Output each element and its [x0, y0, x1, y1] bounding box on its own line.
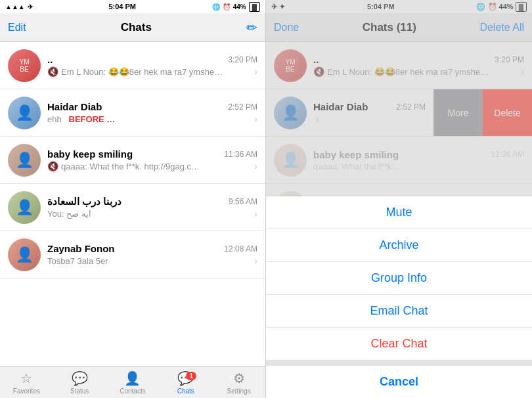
clock-icon: ⏰	[223, 3, 231, 11]
tab-status-label: Status	[70, 387, 89, 395]
wifi-icon: ✈	[28, 3, 33, 11]
left-chat-list: YMBE .. 3:20 PM 🔇 Em L Noun: 😂😂8er hek m…	[0, 42, 265, 366]
chevron-5: ›	[254, 255, 257, 266]
avatar-4: 👤	[8, 191, 41, 224]
chat-time-4: 9:56 AM	[229, 197, 257, 206]
avatar-3: 👤	[8, 144, 41, 177]
signal-icon: ▲▲▲	[5, 3, 25, 11]
tab-chats-label: Chats	[177, 387, 194, 395]
chat-item-1[interactable]: YMBE .. 3:20 PM 🔇 Em L Noun: 😂😂8er hek m…	[0, 42, 265, 89]
chat-preview-1: Em L Noun: 😂😂8er hek ma ra7 ymshe…	[61, 67, 252, 77]
context-archive[interactable]: Archive	[266, 229, 532, 262]
left-time: 5:04 PM	[33, 3, 212, 11]
chat-preview-3: qaaaa: What the f**k. http://9gag.c…	[61, 162, 252, 171]
tab-settings-label: Settings	[227, 387, 251, 395]
chat-content-4: دربنا درب السعادة 9:56 AM You: ايه صح ›	[47, 196, 257, 219]
tab-contacts-label: Contacts	[120, 387, 145, 395]
chat-name-5: Zaynab Fonon	[47, 243, 115, 254]
before-text: BEFORE …	[69, 114, 116, 124]
chat-item-2[interactable]: 👤 Haidar Diab 2:52 PM ehh BEFORE … ›	[0, 89, 265, 137]
compose-button[interactable]: ✏	[246, 20, 257, 35]
chevron-1: ›	[254, 66, 257, 77]
person-icon: 👤	[124, 370, 141, 386]
context-email-chat[interactable]: Email Chat	[266, 295, 532, 328]
chat-content-1: .. 3:20 PM 🔇 Em L Noun: 😂😂8er hek ma ra7…	[47, 54, 257, 77]
tab-favorites-label: Favorites	[13, 387, 40, 395]
battery-icon: ▓	[249, 2, 260, 12]
chat-time-3: 11:36 AM	[224, 150, 257, 159]
chevron-2: ›	[254, 114, 257, 124]
left-status-bar: ▲▲▲ ✈ 5:04 PM 🌐 ⏰ 44% ▓	[0, 0, 265, 13]
chat-preview-2: ehh BEFORE …	[47, 114, 252, 124]
chat-name-3: baby keep smiling	[47, 148, 133, 160]
mute-icon-1: 🔇	[47, 66, 58, 77]
battery-text: 44%	[233, 3, 246, 11]
chat-time-2: 2:52 PM	[228, 102, 257, 112]
context-cancel-button[interactable]: Cancel	[266, 366, 532, 398]
context-mute[interactable]: Mute	[266, 196, 532, 229]
chat-bubble-icon: 💬	[72, 370, 88, 386]
gear-icon: ⚙	[233, 370, 245, 386]
context-overlay: Mute Archive Group Info Email Chat Clear…	[266, 0, 532, 398]
avatar-1: YMBE	[8, 49, 41, 82]
chat-name-2: Haidar Diab	[47, 101, 102, 112]
chat-item-5[interactable]: 👤 Zaynab Fonon 12:08 AM Tosba7 3ala 5er …	[0, 231, 265, 278]
left-right-icons: 🌐 ⏰ 44% ▓	[212, 2, 260, 12]
left-panel: ▲▲▲ ✈ 5:04 PM 🌐 ⏰ 44% ▓ Edit Chats ✏ YMB…	[0, 0, 266, 398]
avatar-5: 👤	[8, 238, 41, 271]
tab-status[interactable]: 💬 Status	[53, 370, 106, 395]
chat-content-5: Zaynab Fonon 12:08 AM Tosba7 3ala 5er ›	[47, 243, 257, 266]
tab-favorites[interactable]: ☆ Favorites	[0, 370, 53, 395]
chat-name-1: ..	[47, 54, 53, 65]
context-clear-chat[interactable]: Clear Chat	[266, 328, 532, 361]
right-panel: ✈ ✦ 5:04 PM 🌐 ⏰ 44% ▓ Done Chats (11) De…	[266, 0, 532, 398]
left-header: Edit Chats ✏	[0, 13, 265, 42]
chevron-3: ›	[254, 161, 257, 171]
chat-time-1: 3:20 PM	[228, 55, 257, 64]
chevron-4: ›	[254, 209, 257, 219]
globe-icon: 🌐	[212, 3, 220, 11]
context-group-info[interactable]: Group Info	[266, 262, 532, 295]
avatar-2: 👤	[8, 97, 41, 129]
chat-content-2: Haidar Diab 2:52 PM ehh BEFORE … ›	[47, 101, 257, 124]
mute-icon-3: 🔇	[47, 161, 58, 171]
chat-item-3[interactable]: 👤 baby keep smiling 11:36 AM 🔇 qaaaa: Wh…	[0, 137, 265, 184]
chats-title: Chats	[121, 21, 152, 34]
chat-preview-4: You: ايه صح	[47, 209, 252, 219]
context-menu: Mute Archive Group Info Email Chat Clear…	[266, 196, 532, 361]
chat-content-3: baby keep smiling 11:36 AM 🔇 qaaaa: What…	[47, 148, 257, 171]
tab-contacts[interactable]: 👤 Contacts	[106, 370, 160, 395]
tab-chats[interactable]: 💬 1 Chats	[159, 370, 212, 395]
chat-time-5: 12:08 AM	[224, 244, 257, 254]
edit-button[interactable]: Edit	[8, 22, 26, 33]
left-tab-bar: ☆ Favorites 💬 Status 👤 Contacts 💬 1 Chat…	[0, 366, 265, 398]
tab-settings[interactable]: ⚙ Settings	[212, 370, 265, 395]
left-signal-icons: ▲▲▲ ✈	[5, 3, 33, 11]
chats-badge: 1	[186, 372, 196, 380]
chat-preview-5: Tosba7 3ala 5er	[47, 256, 252, 266]
chat-name-4: دربنا درب السعادة	[47, 196, 122, 208]
star-icon: ☆	[20, 370, 32, 386]
chat-item-4[interactable]: 👤 دربنا درب السعادة 9:56 AM You: ايه صح …	[0, 184, 265, 231]
